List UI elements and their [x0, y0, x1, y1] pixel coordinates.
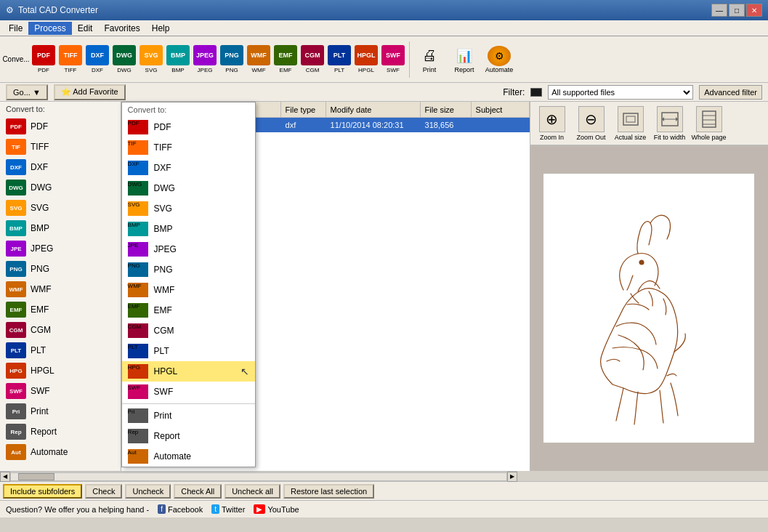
sidebar-label-tiff: TIFF: [31, 142, 49, 152]
sidebar-label-automate: Automate: [31, 447, 68, 457]
scroll-left-arrow[interactable]: ◀: [0, 472, 10, 482]
dropdown-item-print[interactable]: PriPrint: [122, 406, 255, 426]
menu-file[interactable]: File: [3, 22, 28, 35]
toolbar-btn-jpeg[interactable]: JPEGJPEG: [192, 39, 218, 81]
sidebar-item-wmf[interactable]: WMFWMF: [0, 279, 121, 299]
col-filesize[interactable]: File size: [421, 102, 472, 117]
go-button[interactable]: Go... ▼: [6, 84, 48, 100]
toolbar-btn-bmp[interactable]: BMPBMP: [165, 39, 191, 81]
sidebar-label-bmp: BMP: [31, 223, 49, 233]
sidebar-item-emf[interactable]: EMFEMF: [0, 299, 121, 320]
youtube-icon: ▶: [254, 504, 265, 514]
sidebar-item-swf[interactable]: SWFSWF: [0, 381, 121, 401]
dropdown-item-pdf[interactable]: PDFPDF: [122, 117, 255, 137]
emf-icon: EMF: [6, 302, 26, 318]
dropdown-item-wmf[interactable]: WMFWMF: [122, 280, 255, 300]
h-scroll-bar[interactable]: ◀ ▶: [0, 471, 517, 481]
scroll-thumb[interactable]: [18, 473, 54, 480]
zoom-in-button[interactable]: ⊕ Zoom In: [533, 104, 571, 143]
check-all-button[interactable]: Check All: [174, 484, 222, 499]
dropdown-item-png[interactable]: PNGPNG: [122, 259, 255, 280]
restore-last-button[interactable]: Restore last selection: [283, 484, 374, 499]
filter-select[interactable]: All supported filesDXF filesDWG filesSVG…: [548, 85, 693, 100]
toolbar-btn-pdf[interactable]: PDFPDF: [31, 39, 57, 81]
include-subfolders-button[interactable]: Include subfolders: [3, 484, 82, 499]
sidebar-item-tiff[interactable]: TIFTIFF: [0, 137, 121, 157]
menu-process[interactable]: Process: [28, 22, 71, 35]
toolbar-btn-dxf[interactable]: DXFDXF: [84, 39, 110, 81]
scroll-track[interactable]: [10, 472, 507, 481]
sidebar-label-swf: SWF: [31, 386, 50, 396]
sidebar-item-automate[interactable]: AutAutomate: [0, 442, 121, 462]
sidebar-item-bmp[interactable]: BMPBMP: [0, 218, 121, 238]
sidebar-item-svg[interactable]: SVGSVG: [0, 198, 121, 218]
svg-rect-6: [703, 111, 716, 127]
minimize-button[interactable]: —: [711, 4, 727, 17]
uncheck-button[interactable]: Uncheck: [125, 484, 171, 499]
dropdown-icon-dwg: DWG: [128, 181, 148, 196]
facebook-button[interactable]: f Facebook: [158, 504, 203, 514]
sidebar-label-dwg: DWG: [31, 182, 52, 193]
dropdown-icon-bmp: BMP: [128, 222, 148, 236]
dropdown-item-plt[interactable]: PLTPLT: [122, 341, 255, 361]
fit-to-width-button[interactable]: Fit to width: [651, 104, 689, 143]
col-modifydate[interactable]: Modify date: [326, 102, 421, 117]
dropdown-item-report[interactable]: RepReport: [122, 426, 255, 446]
sidebar-item-cgm[interactable]: CGMCGM: [0, 320, 121, 340]
automate-button[interactable]: ⚙ Automate: [482, 39, 516, 81]
dropdown-item-swf[interactable]: SWFSWF: [122, 382, 255, 402]
maximize-button[interactable]: □: [729, 4, 745, 17]
dropdown-item-tiff[interactable]: TIFTIFF: [122, 137, 255, 158]
dropdown-item-jpeg[interactable]: JPEJPEG: [122, 239, 255, 259]
toolbar-btn-wmf[interactable]: WMFWMF: [246, 39, 272, 81]
toolbar-btn-png[interactable]: PNGPNG: [219, 39, 245, 81]
sidebar-item-pdf[interactable]: PDFPDF: [0, 116, 121, 137]
menu-help[interactable]: Help: [146, 22, 176, 35]
menu-edit[interactable]: Edit: [72, 22, 99, 35]
check-button[interactable]: Check: [85, 484, 122, 499]
sidebar-item-report[interactable]: RepReport: [0, 422, 121, 442]
add-favorite-button[interactable]: ⭐ Add Favorite: [54, 84, 126, 100]
col-filetype[interactable]: File type: [281, 102, 326, 117]
bmp-icon: BMP: [6, 220, 26, 236]
close-button[interactable]: ✕: [746, 4, 762, 17]
youtube-button[interactable]: ▶ YouTube: [254, 504, 299, 514]
sidebar-item-plt[interactable]: PLTPLT: [0, 340, 121, 360]
sidebar-item-dwg[interactable]: DWGDWG: [0, 177, 121, 198]
toolbar-btn-tiff[interactable]: TIFFTIFF: [57, 39, 84, 81]
menu-favorites[interactable]: Favorites: [98, 22, 145, 35]
sidebar-item-jpeg[interactable]: JPEJPEG: [0, 238, 121, 259]
dropdown-icon-swf: SWF: [128, 384, 148, 399]
dropdown-item-dwg[interactable]: DWGDWG: [122, 178, 255, 198]
toolbar-btn-svg[interactable]: SVGSVG: [138, 39, 164, 81]
dropdown-item-dxf[interactable]: DXFDXF: [122, 158, 255, 178]
dropdown-item-cgm[interactable]: CGMCGM: [122, 321, 255, 341]
scroll-right-arrow[interactable]: ▶: [507, 472, 517, 482]
toolbar-btn-hpgl[interactable]: HPGLHPGL: [353, 39, 379, 81]
toolbar-btn-emf[interactable]: EMFEMF: [272, 39, 299, 81]
toolbar-btn-dwg[interactable]: DWGDWG: [111, 39, 137, 81]
dropdown-item-emf[interactable]: EMFEMF: [122, 300, 255, 321]
dropdown-item-hpgl[interactable]: HPGHPGL↖: [122, 361, 255, 382]
twitter-button[interactable]: t Twitter: [211, 504, 245, 514]
whole-page-button[interactable]: Whole page: [690, 104, 728, 143]
filter-label: Filter:: [503, 87, 525, 97]
print-button[interactable]: 🖨 Print: [413, 39, 446, 81]
toolbar-btn-plt[interactable]: PLTPLT: [326, 39, 352, 81]
dropdown-item-svg[interactable]: SVGSVG: [122, 198, 255, 219]
sidebar-item-print[interactable]: PriPrint: [0, 401, 121, 422]
dropdown-item-automate[interactable]: AutAutomate: [122, 446, 255, 467]
uncheck-all-button[interactable]: Uncheck all: [225, 484, 280, 499]
advanced-filter-button[interactable]: Advanced filter: [699, 85, 762, 100]
actual-size-button[interactable]: Actual size: [612, 104, 650, 143]
dropdown-item-bmp[interactable]: BMPBMP: [122, 219, 255, 239]
sidebar-item-hpgl[interactable]: HPGHPGL: [0, 360, 121, 381]
toolbar-btn-cgm[interactable]: CGMCGM: [299, 39, 326, 81]
toolbar-btn-swf[interactable]: SWFSWF: [380, 39, 406, 81]
sidebar-item-dxf[interactable]: DXFDXF: [0, 157, 121, 177]
zoom-out-button[interactable]: ⊖ Zoom Out: [573, 104, 610, 143]
col-subject[interactable]: Subject: [472, 102, 530, 117]
sidebar-item-png[interactable]: PNGPNG: [0, 259, 121, 279]
facebook-icon: f: [158, 504, 166, 514]
report-button[interactable]: 📊 Report: [448, 39, 481, 81]
